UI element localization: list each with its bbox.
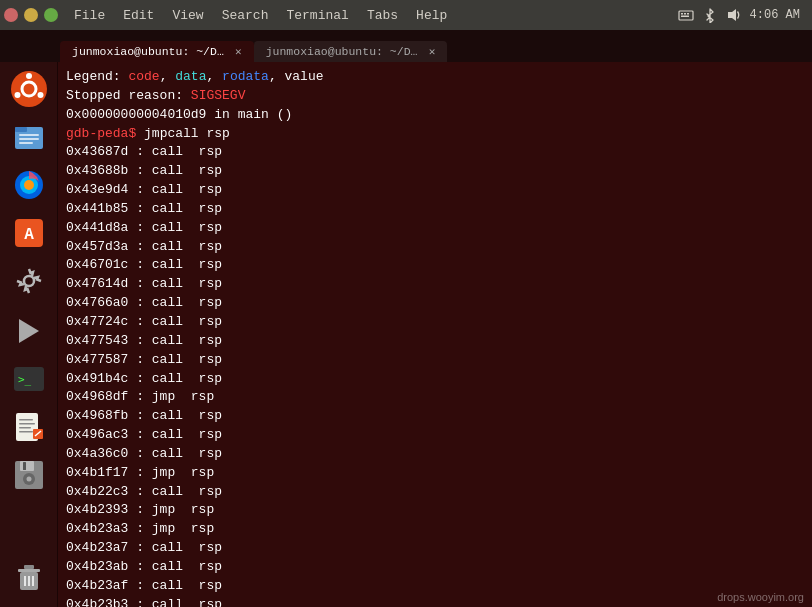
sidebar-software[interactable]: A <box>6 210 52 256</box>
menubar: File Edit View Search Terminal Tabs Help… <box>0 0 812 30</box>
settings-icon <box>11 263 47 299</box>
terminal-line-2: 0x43688b : call rsp <box>66 162 804 181</box>
svg-rect-1 <box>681 13 683 15</box>
terminal-line-addr: 0x00000000004010d9 in main () <box>66 106 804 125</box>
tab-2[interactable]: junmoxiao@ubuntu: ~/Desktop/cctf ✕ <box>254 41 448 62</box>
sidebar-disk[interactable] <box>6 452 52 498</box>
menu-search[interactable]: Search <box>214 5 277 26</box>
terminal-line-legend: Legend: code, data, rodata, value <box>66 68 804 87</box>
terminal-line-3: 0x43e9d4 : call rsp <box>66 181 804 200</box>
tabbar: junmoxiao@ubuntu: ~/Desktop/cctf ✕ junmo… <box>0 30 812 62</box>
menubar-right: 4:06 AM <box>678 7 800 23</box>
terminal-line-7: 0x46701c : call rsp <box>66 256 804 275</box>
svg-rect-11 <box>15 127 27 132</box>
terminal-line-11: 0x477543 : call rsp <box>66 332 804 351</box>
svg-rect-26 <box>19 423 35 425</box>
svg-point-20 <box>24 276 34 286</box>
terminal-line-9: 0x4766a0 : call rsp <box>66 294 804 313</box>
terminal-line-13: 0x491b4c : call rsp <box>66 370 804 389</box>
bluetooth-icon <box>702 7 718 23</box>
terminal-line-20: 0x4b2393 : jmp rsp <box>66 501 804 520</box>
svg-text:A: A <box>24 226 34 244</box>
close-button[interactable] <box>4 8 18 22</box>
sidebar-editor[interactable] <box>6 404 52 450</box>
svg-point-7 <box>26 73 32 79</box>
svg-rect-14 <box>19 142 33 144</box>
svg-rect-3 <box>687 13 689 15</box>
tab-2-label: junmoxiao@ubuntu: ~/Desktop/cctf <box>266 45 421 58</box>
terminal-line-15: 0x4968fb : call rsp <box>66 407 804 426</box>
svg-rect-25 <box>19 419 33 421</box>
svg-rect-12 <box>19 134 39 136</box>
terminal-line-10: 0x47724c : call rsp <box>66 313 804 332</box>
svg-point-8 <box>37 92 43 98</box>
terminal-line-1: 0x43687d : call rsp <box>66 143 804 162</box>
software-icon: A <box>11 215 47 251</box>
svg-rect-32 <box>20 461 34 471</box>
terminal-window[interactable]: Legend: code, data, rodata, value Stoppe… <box>58 62 812 607</box>
svg-rect-38 <box>24 565 34 569</box>
window-controls <box>4 8 58 22</box>
svg-rect-28 <box>19 431 33 433</box>
menu-view[interactable]: View <box>164 5 211 26</box>
svg-rect-2 <box>684 13 686 15</box>
terminal-line-23: 0x4b23ab : call rsp <box>66 558 804 577</box>
main-layout: A >_ <box>0 62 812 607</box>
disk-icon <box>11 457 47 493</box>
editor-icon <box>11 409 47 445</box>
svg-rect-37 <box>18 569 40 572</box>
arrow-right-icon <box>11 313 47 349</box>
menu-help[interactable]: Help <box>408 5 455 26</box>
terminal-line-21: 0x4b23a3 : jmp rsp <box>66 520 804 539</box>
terminal-line-16: 0x496ac3 : call rsp <box>66 426 804 445</box>
sidebar-terminal[interactable]: >_ <box>6 356 52 402</box>
menu-tabs[interactable]: Tabs <box>359 5 406 26</box>
terminal-line-12: 0x477587 : call rsp <box>66 351 804 370</box>
clock: 4:06 AM <box>750 8 800 22</box>
sidebar-arrow[interactable] <box>6 308 52 354</box>
sidebar-ubuntu-logo[interactable] <box>6 66 52 112</box>
terminal-icon: >_ <box>11 361 47 397</box>
sidebar-firefox[interactable] <box>6 162 52 208</box>
terminal-line-24: 0x4b23af : call rsp <box>66 577 804 596</box>
svg-rect-4 <box>681 16 689 18</box>
terminal-line-stopped: Stopped reason: SIGSEGV <box>66 87 804 106</box>
tab-1[interactable]: junmoxiao@ubuntu: ~/Desktop/cctf ✕ <box>60 41 254 62</box>
terminal-line-19: 0x4b22c3 : call rsp <box>66 483 804 502</box>
svg-rect-33 <box>23 462 26 470</box>
terminal-line-6: 0x457d3a : call rsp <box>66 238 804 257</box>
menu-edit[interactable]: Edit <box>115 5 162 26</box>
svg-point-35 <box>26 477 31 482</box>
sidebar: A >_ <box>0 62 58 607</box>
menu-file[interactable]: File <box>66 5 113 26</box>
sidebar-settings[interactable] <box>6 258 52 304</box>
firefox-icon <box>11 167 47 203</box>
menu-items: File Edit View Search Terminal Tabs Help <box>66 5 678 26</box>
terminal-line-14: 0x4968df : jmp rsp <box>66 388 804 407</box>
terminal-line-25: 0x4b23b3 : call rsp <box>66 596 804 607</box>
svg-text:>_: >_ <box>18 373 32 386</box>
sidebar-trash[interactable] <box>6 555 52 601</box>
terminal-line-prompt: gdb-peda$ jmpcall rsp <box>66 125 804 144</box>
volume-icon <box>726 7 742 23</box>
watermark: drops.wooyim.org <box>717 591 804 603</box>
files-icon <box>11 119 47 155</box>
terminal-line-4: 0x441b85 : call rsp <box>66 200 804 219</box>
tab-1-label: junmoxiao@ubuntu: ~/Desktop/cctf <box>72 45 227 58</box>
svg-rect-13 <box>19 138 39 140</box>
trash-icon <box>11 560 47 596</box>
sidebar-files[interactable] <box>6 114 52 160</box>
svg-rect-27 <box>19 427 31 429</box>
terminal-line-18: 0x4b1f17 : jmp rsp <box>66 464 804 483</box>
tab-1-close[interactable]: ✕ <box>235 45 242 58</box>
keyboard-icon <box>678 7 694 23</box>
tab-2-close[interactable]: ✕ <box>429 45 436 58</box>
ubuntu-icon <box>11 71 47 107</box>
maximize-button[interactable] <box>44 8 58 22</box>
svg-point-17 <box>24 180 34 190</box>
terminal-line-22: 0x4b23a7 : call rsp <box>66 539 804 558</box>
terminal-line-17: 0x4a36c0 : call rsp <box>66 445 804 464</box>
menu-terminal[interactable]: Terminal <box>278 5 356 26</box>
minimize-button[interactable] <box>24 8 38 22</box>
svg-point-9 <box>14 92 20 98</box>
